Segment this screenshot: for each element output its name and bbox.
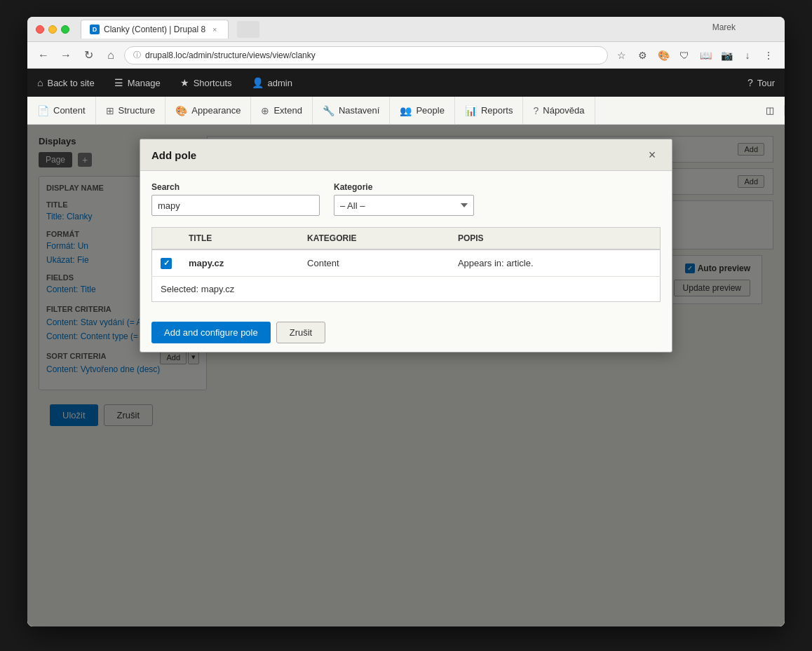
menu-nastaveni[interactable]: 🔧 Nastavení — [313, 97, 391, 124]
menu-right: ◫ — [756, 97, 785, 124]
manage-menu-item[interactable]: ☰ Manage — [104, 69, 170, 97]
menu-reports[interactable]: 📊 Reports — [455, 97, 524, 124]
user-icon: 👤 — [252, 77, 264, 88]
browser-titlebar: D Clanky (Content) | Drupal 8 × Marek — [27, 17, 785, 42]
new-tab-placeholder[interactable] — [237, 21, 259, 38]
adblock-button[interactable]: 🛡 — [675, 46, 693, 64]
menu-napoveda[interactable]: ? Nápověda — [523, 97, 595, 124]
menu-extend[interactable]: ⊕ Extend — [251, 97, 312, 124]
appearance-icon: 🎨 — [175, 105, 187, 116]
menu-structure[interactable]: ⊞ Structure — [96, 97, 166, 124]
row-popis: Appears in: article. — [449, 249, 661, 276]
browser-toolbar: ← → ↻ ⌂ ⓘ drupal8.loc/admin/structure/vi… — [27, 42, 785, 69]
kategorie-select[interactable]: – All – Content Comments Node revision — [334, 195, 474, 216]
home-icon: ⌂ — [37, 77, 43, 88]
selected-info: Selected: mapy.cz — [151, 277, 661, 302]
extend-icon: ⊕ — [261, 105, 269, 116]
kategorie-group: Kategorie – All – Content Comments Node … — [334, 182, 474, 216]
results-table: TITLE KATEGORIE POPIS mapy.cz Content — [151, 227, 661, 277]
admin-bar: ⌂ Back to site ☰ Manage ★ Shortcuts 👤 ad… — [27, 69, 785, 97]
menu-button[interactable]: ⋮ — [759, 46, 778, 64]
maximize-window-button[interactable] — [61, 25, 69, 34]
settings-icon: 🔧 — [323, 105, 334, 116]
search-group: Search — [151, 182, 320, 216]
tab-favicon: D — [90, 25, 100, 34]
screenshot-button[interactable]: 📷 — [717, 46, 736, 64]
browser-user: Marek — [712, 22, 736, 32]
modal-cancel-button[interactable]: Zrušit — [276, 322, 326, 343]
extensions-button[interactable]: ⚙ — [633, 46, 651, 64]
drupal-menu: 📄 Content ⊞ Structure 🎨 Appearance ⊕ Ext… — [27, 97, 785, 125]
minimize-window-button[interactable] — [48, 25, 57, 34]
modal-close-button[interactable]: × — [644, 146, 661, 163]
table-body: mapy.cz Content Appears in: article. — [152, 249, 661, 276]
add-configure-button[interactable]: Add and configure pole — [151, 322, 271, 343]
address-bar[interactable]: ⓘ drupal8.loc/admin/structure/views/view… — [124, 46, 608, 64]
address-text: drupal8.loc/admin/structure/views/view/c… — [145, 50, 316, 60]
appearance-label: Appearance — [191, 105, 241, 116]
forward-button[interactable]: → — [57, 46, 75, 64]
question-icon: ? — [747, 77, 753, 88]
reports-label: Reports — [481, 105, 513, 116]
napoveda-label: Nápověda — [543, 105, 584, 116]
row-kategorie: Content — [299, 249, 449, 276]
kategorie-label: Kategorie — [334, 182, 474, 192]
structure-icon: ⊞ — [106, 105, 114, 116]
bookmark-button[interactable]: ☆ — [612, 46, 630, 64]
modal-title: Add pole — [151, 149, 196, 161]
tour-label: Tour — [757, 78, 775, 88]
structure-label: Structure — [119, 105, 156, 116]
search-label: Search — [151, 182, 320, 192]
shortcuts-label: Shortcuts — [194, 78, 232, 88]
home-button[interactable]: ⌂ — [102, 46, 120, 64]
reader-button[interactable]: 📖 — [696, 46, 715, 64]
selected-text: Selected: mapy.cz — [161, 284, 234, 294]
modal-footer: Add and configure pole Zrušit — [140, 313, 672, 352]
table-row[interactable]: mapy.cz Content Appears in: article. — [152, 249, 661, 276]
tab-close-button[interactable]: × — [210, 25, 219, 34]
back-button[interactable]: ← — [34, 46, 53, 64]
lock-icon: ⓘ — [133, 50, 141, 60]
menu-people[interactable]: 👥 People — [390, 97, 454, 124]
content-icon: 📄 — [37, 105, 49, 116]
add-pole-modal: Add pole × Search Kategorie – All – Cont… — [140, 139, 672, 352]
tour-button[interactable]: ? Tour — [738, 69, 785, 97]
back-to-site-label: Back to site — [47, 78, 94, 88]
modal-form-row: Search Kategorie – All – Content Comment… — [151, 182, 661, 216]
back-to-site-link[interactable]: ⌂ Back to site — [27, 69, 104, 97]
popis-header: POPIS — [449, 228, 661, 250]
modal-body: Search Kategorie – All – Content Comment… — [140, 171, 672, 313]
search-input[interactable] — [151, 195, 320, 216]
refresh-button[interactable]: ↻ — [79, 46, 97, 64]
menu-content[interactable]: 📄 Content — [27, 97, 96, 124]
sidebar-toggle[interactable]: ◫ — [756, 105, 785, 116]
menu-appearance[interactable]: 🎨 Appearance — [165, 97, 251, 124]
tour-area: ? Tour — [738, 69, 785, 97]
title-header: TITLE — [180, 228, 299, 250]
people-icon: 👥 — [400, 105, 412, 116]
manage-label: Manage — [128, 78, 161, 88]
shortcuts-menu-item[interactable]: ★ Shortcuts — [170, 69, 242, 97]
reports-icon: 📊 — [465, 105, 477, 116]
content-label: Content — [53, 105, 86, 116]
modal-header: Add pole × — [140, 139, 672, 171]
people-label: People — [416, 105, 444, 116]
menu-icon: ☰ — [114, 77, 123, 88]
row-checkbox-cell — [152, 249, 181, 276]
close-window-button[interactable] — [36, 25, 44, 34]
download-button[interactable]: ↓ — [738, 46, 757, 64]
theme-button[interactable]: 🎨 — [654, 46, 672, 64]
main-content: Displays Page + Display name — [27, 125, 785, 626]
extend-label: Extend — [273, 105, 302, 116]
row-checkbox[interactable] — [161, 258, 172, 269]
toolbar-actions: ☆ ⚙ 🎨 🛡 📖 📷 ↓ ⋮ — [612, 46, 778, 64]
star-icon: ★ — [180, 77, 189, 88]
table-header-row: TITLE KATEGORIE POPIS — [152, 228, 661, 250]
sidebar-icon: ◫ — [766, 105, 774, 116]
help-icon: ? — [533, 105, 539, 116]
checkbox-header — [152, 228, 181, 250]
table-header: TITLE KATEGORIE POPIS — [152, 228, 661, 250]
row-title: mapy.cz — [180, 249, 299, 276]
browser-tab[interactable]: D Clanky (Content) | Drupal 8 × — [81, 20, 229, 39]
admin-user-item[interactable]: 👤 admin — [242, 69, 302, 97]
